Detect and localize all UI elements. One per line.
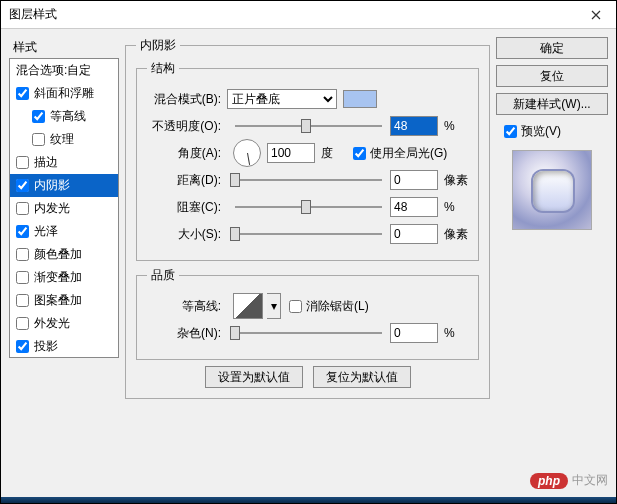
style-item-2[interactable]: 等高线 bbox=[10, 105, 118, 128]
style-checkbox[interactable] bbox=[16, 87, 29, 100]
choke-slider[interactable] bbox=[235, 198, 382, 216]
style-label: 外发光 bbox=[34, 315, 70, 332]
style-label: 图案叠加 bbox=[34, 292, 82, 309]
style-item-9[interactable]: 渐变叠加 bbox=[10, 266, 118, 289]
watermark-text: 中文网 bbox=[572, 472, 608, 489]
color-swatch[interactable] bbox=[343, 90, 377, 108]
style-checkbox[interactable] bbox=[16, 317, 29, 330]
contour-picker[interactable] bbox=[233, 293, 263, 319]
style-label: 投影 bbox=[34, 338, 58, 355]
style-label: 光泽 bbox=[34, 223, 58, 240]
style-item-8[interactable]: 颜色叠加 bbox=[10, 243, 118, 266]
make-default-button[interactable]: 设置为默认值 bbox=[205, 366, 303, 388]
angle-label: 角度(A): bbox=[147, 145, 227, 162]
style-label: 纹理 bbox=[50, 131, 74, 148]
style-label: 渐变叠加 bbox=[34, 269, 82, 286]
taskbar-strip bbox=[1, 497, 616, 503]
style-item-0[interactable]: 混合选项:自定 bbox=[10, 59, 118, 82]
style-checkbox[interactable] bbox=[16, 271, 29, 284]
layer-style-dialog: 图层样式 样式 混合选项:自定斜面和浮雕等高线纹理描边内阴影内发光光泽颜色叠加渐… bbox=[0, 0, 617, 504]
noise-slider[interactable] bbox=[235, 324, 382, 342]
style-item-12[interactable]: 投影 bbox=[10, 335, 118, 358]
style-item-7[interactable]: 光泽 bbox=[10, 220, 118, 243]
style-checkbox[interactable] bbox=[16, 294, 29, 307]
style-label: 等高线 bbox=[50, 108, 86, 125]
choke-label: 阻塞(C): bbox=[147, 199, 227, 216]
ok-button[interactable]: 确定 bbox=[496, 37, 608, 59]
close-button[interactable] bbox=[576, 1, 616, 29]
style-label: 描边 bbox=[34, 154, 58, 171]
style-label: 混合选项:自定 bbox=[16, 62, 91, 79]
style-label: 颜色叠加 bbox=[34, 246, 82, 263]
size-unit: 像素 bbox=[438, 226, 468, 243]
noise-unit: % bbox=[438, 326, 468, 340]
style-label: 内阴影 bbox=[34, 177, 70, 194]
style-item-3[interactable]: 纹理 bbox=[10, 128, 118, 151]
antialias-checkbox[interactable]: 消除锯齿(L) bbox=[289, 298, 369, 315]
style-label: 内发光 bbox=[34, 200, 70, 217]
preview-label: 预览(V) bbox=[521, 123, 561, 140]
quality-legend: 品质 bbox=[147, 267, 179, 284]
opacity-unit: % bbox=[438, 119, 468, 133]
structure-legend: 结构 bbox=[147, 60, 179, 77]
watermark: php 中文网 bbox=[530, 472, 608, 489]
antialias-label: 消除锯齿(L) bbox=[306, 298, 369, 315]
distance-unit: 像素 bbox=[438, 172, 468, 189]
angle-dial[interactable] bbox=[233, 139, 261, 167]
blend-mode-label: 混合模式(B): bbox=[147, 91, 227, 108]
close-icon bbox=[591, 10, 601, 20]
style-item-4[interactable]: 描边 bbox=[10, 151, 118, 174]
angle-unit: 度 bbox=[315, 145, 345, 162]
style-item-6[interactable]: 内发光 bbox=[10, 197, 118, 220]
styles-list[interactable]: 混合选项:自定斜面和浮雕等高线纹理描边内阴影内发光光泽颜色叠加渐变叠加图案叠加外… bbox=[9, 58, 119, 358]
quality-group: 品质 等高线: ▾ 消除锯齿(L) 杂色(N): 0 bbox=[136, 267, 479, 360]
action-column: 确定 复位 新建样式(W)... 预览(V) bbox=[496, 37, 608, 489]
reset-default-button[interactable]: 复位为默认值 bbox=[313, 366, 411, 388]
style-item-5[interactable]: 内阴影 bbox=[10, 174, 118, 197]
global-light-label: 使用全局光(G) bbox=[370, 145, 447, 162]
style-checkbox[interactable] bbox=[16, 202, 29, 215]
opacity-slider[interactable] bbox=[235, 117, 382, 135]
size-label: 大小(S): bbox=[147, 226, 227, 243]
titlebar: 图层样式 bbox=[1, 1, 616, 29]
style-item-11[interactable]: 外发光 bbox=[10, 312, 118, 335]
style-checkbox[interactable] bbox=[16, 225, 29, 238]
new-style-button[interactable]: 新建样式(W)... bbox=[496, 93, 608, 115]
size-slider[interactable] bbox=[235, 225, 382, 243]
choke-unit: % bbox=[438, 200, 468, 214]
global-light-checkbox[interactable]: 使用全局光(G) bbox=[353, 145, 447, 162]
panel-fieldset: 内阴影 结构 混合模式(B): 正片叠底 不透明度(O): 48 % bbox=[125, 37, 490, 399]
panel-title: 内阴影 bbox=[136, 37, 180, 54]
preview-checkbox[interactable]: 预览(V) bbox=[504, 123, 608, 140]
size-input[interactable]: 0 bbox=[390, 224, 438, 244]
structure-group: 结构 混合模式(B): 正片叠底 不透明度(O): 48 % 角度(A): bbox=[136, 60, 479, 261]
distance-slider[interactable] bbox=[235, 171, 382, 189]
choke-input[interactable]: 48 bbox=[390, 197, 438, 217]
reset-button[interactable]: 复位 bbox=[496, 65, 608, 87]
watermark-badge: php bbox=[530, 473, 568, 489]
contour-dropdown-icon[interactable]: ▾ bbox=[267, 293, 281, 319]
style-checkbox[interactable] bbox=[16, 179, 29, 192]
style-label: 斜面和浮雕 bbox=[34, 85, 94, 102]
styles-column: 样式 混合选项:自定斜面和浮雕等高线纹理描边内阴影内发光光泽颜色叠加渐变叠加图案… bbox=[9, 37, 119, 489]
distance-input[interactable]: 0 bbox=[390, 170, 438, 190]
distance-label: 距离(D): bbox=[147, 172, 227, 189]
settings-column: 内阴影 结构 混合模式(B): 正片叠底 不透明度(O): 48 % bbox=[125, 37, 490, 489]
style-checkbox[interactable] bbox=[16, 340, 29, 353]
style-checkbox[interactable] bbox=[16, 156, 29, 169]
opacity-input[interactable]: 48 bbox=[390, 116, 438, 136]
style-item-10[interactable]: 图案叠加 bbox=[10, 289, 118, 312]
noise-input[interactable]: 0 bbox=[390, 323, 438, 343]
blend-mode-select[interactable]: 正片叠底 bbox=[227, 89, 337, 109]
noise-label: 杂色(N): bbox=[147, 325, 227, 342]
style-checkbox[interactable] bbox=[32, 110, 45, 123]
angle-input[interactable]: 100 bbox=[267, 143, 315, 163]
window-title: 图层样式 bbox=[9, 6, 576, 23]
preview-thumbnail bbox=[512, 150, 592, 230]
style-item-1[interactable]: 斜面和浮雕 bbox=[10, 82, 118, 105]
style-checkbox[interactable] bbox=[16, 248, 29, 261]
style-checkbox[interactable] bbox=[32, 133, 45, 146]
styles-header: 样式 bbox=[9, 37, 119, 58]
opacity-label: 不透明度(O): bbox=[147, 118, 227, 135]
contour-label: 等高线: bbox=[147, 298, 227, 315]
